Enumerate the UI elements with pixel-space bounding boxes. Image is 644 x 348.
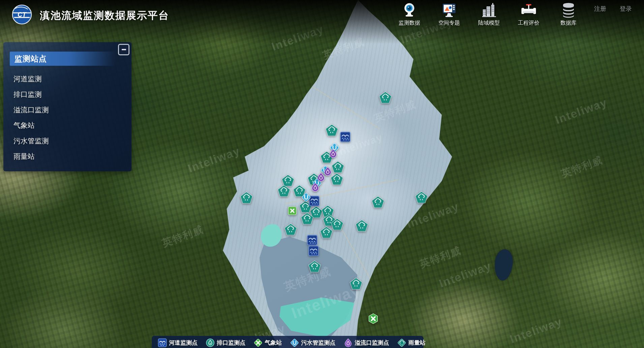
city-buildings-icon xyxy=(481,2,497,18)
rain-cloud-pentagon-icon xyxy=(355,220,368,232)
panel-menu: 河道监测 排口监测 溢流口监测 气象站 污水管监测 雨量站 xyxy=(13,71,125,164)
rain-cloud-pentagon-icon xyxy=(308,260,321,272)
legend-item-river[interactable]: 河道监测点 xyxy=(158,338,198,347)
sidebar-item-weather-station[interactable]: 气象站 xyxy=(13,118,125,133)
sidebar-item-overflow-monitoring[interactable]: 溢流口监测 xyxy=(13,102,125,118)
rain-cloud-pentagon-icon xyxy=(301,212,314,225)
rain-gauge-marker[interactable] xyxy=(240,192,253,204)
rain-gauge-marker[interactable] xyxy=(415,191,428,203)
nav-label: 空间专题 xyxy=(438,20,460,27)
drop-circle-icon xyxy=(206,338,215,347)
sewer-monitoring-marker[interactable] xyxy=(301,192,311,202)
legend-item-weather[interactable]: 气象站 xyxy=(254,338,282,347)
monitor-chart-icon xyxy=(441,2,457,18)
legend-label: 气象站 xyxy=(265,339,282,347)
minus-icon xyxy=(122,49,126,50)
droplet-pin-icon xyxy=(328,148,338,158)
sidebar-item-river-monitoring[interactable]: 河道监测 xyxy=(13,71,125,87)
river-monitoring-marker[interactable] xyxy=(307,235,318,245)
nav-item-spatial-topics[interactable]: 空间专题 xyxy=(436,2,462,27)
svg-text:CT: CT xyxy=(18,11,27,18)
sidebar-item-rain-gauge[interactable]: 雨量站 xyxy=(13,149,125,164)
rain-gauge-marker[interactable] xyxy=(350,278,362,290)
rain-cloud-diamond-icon xyxy=(397,338,406,347)
company-logo-icon: CT xyxy=(11,4,32,25)
rain-cloud-pentagon-icon xyxy=(320,226,333,238)
legend-item-overflow[interactable]: 溢流口监测点 xyxy=(344,338,389,347)
nav-label: 数据库 xyxy=(560,20,577,27)
rain-gauge-marker[interactable] xyxy=(355,220,368,232)
rain-gauge-marker[interactable] xyxy=(308,260,321,272)
bridge-square-icon xyxy=(307,235,318,245)
pipe-u-diamond-icon xyxy=(290,338,299,347)
sidebar-item-sewer-monitoring[interactable]: 污水管监测 xyxy=(13,133,125,149)
cross-diamond-icon xyxy=(254,338,263,347)
legend-item-outlet[interactable]: 排口监测点 xyxy=(206,338,245,347)
webcam-icon xyxy=(401,2,417,18)
monitoring-stations-panel: 监测站点 河道监测 排口监测 溢流口监测 气象站 污水管监测 雨量站 xyxy=(3,42,131,171)
droplet-pin-icon xyxy=(316,172,326,182)
pipe-valve-icon xyxy=(521,2,537,18)
rain-gauge-marker[interactable] xyxy=(284,223,297,235)
overflow-monitoring-marker[interactable] xyxy=(316,172,326,182)
bridge-square-icon xyxy=(340,132,351,142)
legend-label: 污水管监测点 xyxy=(301,339,335,347)
nav-label: 工程评价 xyxy=(518,20,539,27)
rain-cloud-pentagon-icon xyxy=(277,185,290,197)
sidebar-item-outlet-monitoring[interactable]: 排口监测 xyxy=(13,87,125,102)
nav-label: 监测数据 xyxy=(399,20,420,27)
overflow-monitoring-marker[interactable] xyxy=(311,182,320,192)
cross-square-icon xyxy=(288,206,297,215)
river-monitoring-marker[interactable] xyxy=(309,246,319,256)
rain-cloud-pentagon-icon xyxy=(350,278,362,290)
rain-cloud-pentagon-icon xyxy=(284,223,297,235)
database-icon xyxy=(560,2,577,18)
register-link[interactable]: 注册 xyxy=(594,5,606,13)
main-nav: 监测数据 空间专题 xyxy=(397,2,581,27)
weather-station-marker[interactable] xyxy=(368,313,379,324)
rain-gauge-marker[interactable] xyxy=(379,91,392,104)
map-legend-bar: 河道监测点 排口监测点 气象站 污水管监测点 溢流口监测点 xyxy=(152,336,423,348)
rain-cloud-pentagon-icon xyxy=(325,124,338,136)
legend-label: 河道监测点 xyxy=(169,339,198,347)
rain-cloud-pentagon-icon xyxy=(331,161,344,173)
rain-gauge-marker[interactable] xyxy=(325,124,338,136)
login-link[interactable]: 登录 xyxy=(620,5,632,13)
rain-cloud-pentagon-icon xyxy=(415,191,428,203)
river-monitoring-marker[interactable] xyxy=(340,132,351,142)
overflow-monitoring-marker[interactable] xyxy=(328,148,338,158)
panel-title: 监测站点 xyxy=(10,52,116,66)
page-title: 滇池流域监测数据展示平台 xyxy=(40,9,169,23)
pipe-u-diamond-icon xyxy=(301,192,311,202)
nav-item-database[interactable]: 数据库 xyxy=(556,2,581,27)
rain-gauge-marker[interactable] xyxy=(372,196,384,208)
nav-item-project-evaluation[interactable]: 工程评价 xyxy=(516,2,541,27)
rain-cloud-pentagon-icon xyxy=(372,196,384,208)
legend-item-sewer[interactable]: 污水管监测点 xyxy=(290,338,335,347)
cross-hexagon-icon xyxy=(368,313,379,324)
collapse-panel-button[interactable] xyxy=(118,44,129,55)
rain-cloud-pentagon-icon xyxy=(379,91,392,104)
droplet-pin-icon xyxy=(344,338,353,347)
rain-cloud-pentagon-icon xyxy=(240,192,253,204)
legend-label: 雨量站 xyxy=(408,339,426,347)
legend-label: 排口监测点 xyxy=(217,339,245,347)
rain-gauge-marker[interactable] xyxy=(277,185,290,197)
rain-gauge-marker[interactable] xyxy=(320,226,333,238)
rain-gauge-marker[interactable] xyxy=(331,161,344,173)
bridge-square-icon xyxy=(158,338,167,347)
bridge-square-icon xyxy=(309,246,319,256)
top-bar: CT 滇池流域监测数据展示平台 监测数据 xyxy=(0,0,644,44)
rain-gauge-marker[interactable] xyxy=(301,212,314,225)
nav-label: 陆域模型 xyxy=(478,20,500,27)
weather-station-marker[interactable] xyxy=(288,206,297,215)
droplet-pin-icon xyxy=(311,182,320,192)
legend-label: 溢流口监测点 xyxy=(355,339,389,347)
nav-item-land-model[interactable]: 陆域模型 xyxy=(476,2,502,27)
legend-item-rain[interactable]: 雨量站 xyxy=(397,338,426,347)
nav-item-monitoring-data[interactable]: 监测数据 xyxy=(397,2,422,27)
